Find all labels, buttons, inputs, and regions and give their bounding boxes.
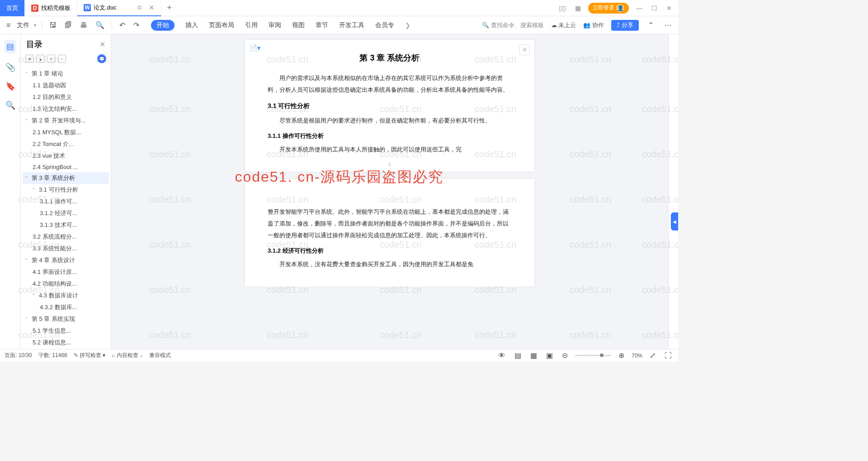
zoom-out-icon[interactable]: ⊝ bbox=[560, 350, 570, 361]
toc-item[interactable]: ˅第 2 章 开发环境与... bbox=[23, 115, 109, 127]
fullscreen-icon[interactable]: ⛶ bbox=[663, 351, 674, 361]
apps-icon[interactable]: ▦ bbox=[573, 5, 583, 12]
chevron-down-icon[interactable]: ˅ bbox=[33, 188, 38, 193]
remove-heading-icon[interactable]: − bbox=[58, 55, 66, 63]
side-pull-tab[interactable]: ◀ bbox=[671, 212, 678, 230]
popout-icon[interactable]: ⧉ bbox=[137, 4, 142, 11]
status-compat[interactable]: 兼容模式 bbox=[149, 352, 171, 359]
toc-item[interactable]: 2.4 SpringBoot ... bbox=[23, 162, 109, 172]
chevron-down-icon[interactable]: ˅ bbox=[25, 317, 31, 322]
zoom-slider[interactable] bbox=[575, 355, 611, 356]
toc-item[interactable]: 2.2 Tomcat 介... bbox=[23, 138, 109, 150]
rtab-layout[interactable]: 页面布局 bbox=[209, 21, 234, 29]
toc-item[interactable]: 1.3 论文结构安... bbox=[23, 103, 109, 115]
command-search[interactable]: 🔍 查找命令、搜索模板 bbox=[482, 21, 544, 29]
undo-icon[interactable]: ↶ bbox=[118, 20, 127, 30]
search-rail-icon[interactable]: 🔍 bbox=[5, 100, 15, 110]
rtab-review[interactable]: 审阅 bbox=[269, 21, 281, 29]
rtab-view[interactable]: 视图 bbox=[292, 21, 305, 29]
toc-item-label: 3.1.1 操作可... bbox=[40, 198, 77, 206]
attachment-icon[interactable]: 📎 bbox=[5, 62, 15, 72]
preview-icon[interactable]: 🔍 bbox=[94, 20, 106, 30]
share-button[interactable]: ⤴ 分享 bbox=[611, 20, 639, 31]
redo-icon[interactable]: ↷ bbox=[132, 20, 141, 30]
toc-item[interactable]: ˅第 3 章 系统分析 bbox=[23, 172, 109, 184]
close-window-icon[interactable]: ✕ bbox=[665, 5, 674, 12]
toc-item[interactable]: 3.1.3 技术可... bbox=[23, 219, 109, 231]
tab-home[interactable]: 首页 bbox=[0, 0, 25, 16]
maximize-icon[interactable]: ☐ bbox=[650, 5, 659, 12]
rtab-devtools[interactable]: 开发工具 bbox=[339, 21, 364, 29]
rtab-insert[interactable]: 插入 bbox=[185, 21, 198, 29]
tab-template[interactable]: D 找稻壳模板 bbox=[25, 0, 77, 16]
toc-item[interactable]: 3.3 系统性能分... bbox=[23, 243, 109, 254]
collapse-ribbon-icon[interactable]: ⌃ bbox=[646, 20, 656, 30]
fit-width-icon[interactable]: ⤢ bbox=[648, 350, 657, 361]
zoom-in-icon[interactable]: ⊕ bbox=[617, 350, 626, 361]
rtab-member[interactable]: 会员专 bbox=[375, 21, 394, 29]
zoom-value[interactable]: 70% bbox=[632, 353, 642, 359]
status-page[interactable]: 页面: 10/30 bbox=[5, 352, 32, 359]
collab-button[interactable]: 👥 协作 bbox=[583, 21, 604, 29]
toc-item[interactable]: 1.1 选题动因 bbox=[23, 80, 109, 91]
ribbon-toolbar: ≡ 文件 ▾ 🖫 🗐 🖶 🔍 ↶ ↷ 开始 插入 页面布局 引用 审阅 视图 章… bbox=[0, 16, 678, 34]
add-heading-icon[interactable]: + bbox=[47, 55, 55, 63]
toc-item[interactable]: 3.1.1 操作可... bbox=[23, 196, 109, 207]
toc-item-label: 第 2 章 开发环境与... bbox=[32, 117, 86, 125]
status-spellcheck[interactable]: ✎ 拼写检查 ▾ bbox=[74, 352, 106, 359]
menu-icon[interactable]: ≡ bbox=[5, 20, 12, 30]
expand-all-icon[interactable]: ▴ bbox=[36, 55, 44, 63]
rtab-start[interactable]: 开始 bbox=[151, 20, 175, 31]
toc-item[interactable]: 4.1 界面设计原... bbox=[23, 266, 109, 278]
chevron-down-icon[interactable]: ˅ bbox=[33, 293, 38, 298]
toc-item[interactable]: ˅第 5 章 系统实现 bbox=[23, 313, 109, 325]
outline-toggle-icon[interactable]: ▤ bbox=[5, 40, 16, 53]
collapse-all-icon[interactable]: ▾ bbox=[25, 55, 33, 63]
file-menu[interactable]: 文件 bbox=[17, 21, 29, 29]
saveas-icon[interactable]: 🗐 bbox=[63, 20, 74, 30]
toc-item-label: 2.1 MYSQL 数据... bbox=[33, 128, 81, 136]
chevron-down-icon[interactable]: ˅ bbox=[25, 176, 31, 181]
bookmark-icon[interactable]: 🔖 bbox=[5, 81, 15, 91]
toc-item[interactable]: ˅4.3 数据库设计 bbox=[23, 290, 109, 301]
ai-chat-icon[interactable]: 💬 bbox=[97, 54, 106, 63]
save-icon[interactable]: 🖫 bbox=[47, 20, 58, 30]
status-contentcheck[interactable]: ⌕ 内容检查 ▾ bbox=[112, 352, 143, 359]
toc-item[interactable]: 2.1 MYSQL 数据... bbox=[23, 127, 109, 138]
toc-item[interactable]: 5.2 课程信息... bbox=[23, 337, 109, 348]
print-icon[interactable]: 🖶 bbox=[78, 20, 89, 30]
page-settings-icon[interactable]: 📄▾ bbox=[250, 44, 260, 52]
cloud-status[interactable]: ☁ 未上云 bbox=[551, 21, 576, 29]
add-tab-button[interactable]: + bbox=[161, 3, 178, 13]
toc-item[interactable]: 1.2 目的和意义 bbox=[23, 91, 109, 103]
login-button[interactable]: 立即登录 👤 bbox=[588, 3, 629, 14]
view-mode-2-icon[interactable]: ▤ bbox=[513, 350, 523, 361]
toc-item[interactable]: ˅3.1 可行性分析 bbox=[23, 184, 109, 196]
view-mode-1-icon[interactable]: 👁 bbox=[496, 351, 507, 361]
toc-item[interactable]: 5.1 学生信息... bbox=[23, 325, 109, 337]
toc-item[interactable]: 4.3.2 数据库... bbox=[23, 301, 109, 313]
chevron-down-icon[interactable]: ˅ bbox=[25, 71, 31, 76]
close-tab-icon[interactable]: ✕ bbox=[149, 4, 155, 12]
toc-item[interactable]: 3.1.2 经济可... bbox=[23, 207, 109, 219]
view-mode-3-icon[interactable]: ▦ bbox=[528, 350, 539, 361]
toc-item[interactable]: ˅第 4 章 系统设计 bbox=[23, 254, 109, 266]
tab-document[interactable]: W 论文.doc ⧉ ✕ bbox=[77, 0, 161, 16]
chevron-down-icon[interactable]: ˅ bbox=[25, 118, 31, 123]
more-icon[interactable]: ⋯ bbox=[663, 20, 674, 30]
outline-close-icon[interactable]: ✕ bbox=[99, 40, 105, 49]
view-mode-4-icon[interactable]: ▣ bbox=[544, 350, 555, 361]
toc-item[interactable]: ˅第 1 章 绪论 bbox=[23, 68, 109, 80]
toc-item[interactable]: 2.3 vue 技术 bbox=[23, 150, 109, 162]
layout-icon[interactable]: ▯▯ bbox=[557, 5, 568, 12]
rtab-chapter[interactable]: 章节 bbox=[316, 21, 328, 29]
chevron-down-icon[interactable]: ˅ bbox=[25, 258, 31, 263]
minimize-icon[interactable]: — bbox=[634, 5, 644, 12]
page-options-icon[interactable]: ≡ bbox=[519, 44, 530, 55]
status-words[interactable]: 字数: 11468 bbox=[38, 352, 67, 359]
rtab-references[interactable]: 引用 bbox=[245, 21, 258, 29]
doc-p-312: 开发本系统，没有花费大量资金购买开发工具，因为使用的开发工具都是免 bbox=[268, 259, 512, 270]
document-area[interactable]: 📄▾ ≡ 第 3 章 系统分析 用户的需求以及与本系统相似的在市场上存在的其它系… bbox=[111, 34, 668, 349]
toc-item[interactable]: 3.2 系统流程分... bbox=[23, 231, 109, 243]
toc-item[interactable]: 4.2 功能结构设... bbox=[23, 278, 109, 290]
